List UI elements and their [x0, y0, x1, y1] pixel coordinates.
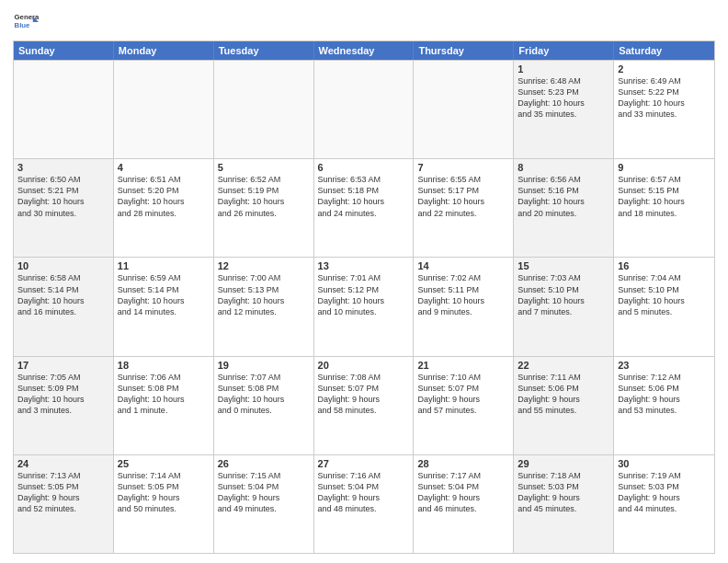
day-info: Sunrise: 7:04 AM Sunset: 5:10 PM Dayligh…	[618, 272, 711, 317]
calendar-row-2: 10Sunrise: 6:58 AM Sunset: 5:14 PM Dayli…	[14, 257, 714, 355]
day-number: 24	[17, 458, 109, 469]
header-day-friday: Friday	[514, 41, 614, 60]
day-info: Sunrise: 7:17 AM Sunset: 5:04 PM Dayligh…	[417, 470, 509, 515]
day-cell-26: 26Sunrise: 7:15 AM Sunset: 5:04 PM Dayli…	[214, 455, 314, 553]
logo-icon: General Blue	[13, 9, 39, 35]
day-number: 25	[118, 458, 210, 469]
day-cell-5: 5Sunrise: 6:52 AM Sunset: 5:19 PM Daylig…	[214, 159, 314, 257]
day-number: 9	[618, 162, 711, 173]
day-number: 28	[417, 458, 509, 469]
day-number: 27	[318, 458, 410, 469]
day-cell-16: 16Sunrise: 7:04 AM Sunset: 5:10 PM Dayli…	[614, 258, 714, 355]
day-cell-14: 14Sunrise: 7:02 AM Sunset: 5:11 PM Dayli…	[414, 258, 514, 355]
day-number: 4	[118, 162, 210, 173]
header-day-thursday: Thursday	[414, 41, 514, 60]
day-number: 15	[518, 260, 609, 271]
calendar-body: 1Sunrise: 6:48 AM Sunset: 5:23 PM Daylig…	[14, 60, 714, 553]
day-number: 19	[218, 360, 310, 371]
day-cell-1: 1Sunrise: 6:48 AM Sunset: 5:23 PM Daylig…	[514, 61, 614, 158]
day-info: Sunrise: 7:10 AM Sunset: 5:07 PM Dayligh…	[417, 372, 509, 417]
day-info: Sunrise: 6:52 AM Sunset: 5:19 PM Dayligh…	[218, 174, 310, 219]
day-number: 17	[17, 360, 109, 371]
day-cell-19: 19Sunrise: 7:07 AM Sunset: 5:08 PM Dayli…	[214, 357, 314, 454]
empty-cell-0-1	[114, 61, 214, 158]
empty-cell-0-2	[214, 61, 314, 158]
day-info: Sunrise: 6:57 AM Sunset: 5:15 PM Dayligh…	[618, 174, 711, 219]
day-cell-11: 11Sunrise: 6:59 AM Sunset: 5:14 PM Dayli…	[114, 258, 214, 355]
day-cell-13: 13Sunrise: 7:01 AM Sunset: 5:12 PM Dayli…	[314, 258, 415, 355]
day-info: Sunrise: 7:00 AM Sunset: 5:13 PM Dayligh…	[218, 272, 310, 317]
day-cell-27: 27Sunrise: 7:16 AM Sunset: 5:04 PM Dayli…	[314, 455, 415, 553]
calendar-row-4: 24Sunrise: 7:13 AM Sunset: 5:05 PM Dayli…	[14, 454, 714, 553]
logo: General Blue	[13, 9, 39, 35]
day-cell-25: 25Sunrise: 7:14 AM Sunset: 5:05 PM Dayli…	[114, 455, 214, 553]
day-cell-9: 9Sunrise: 6:57 AM Sunset: 5:15 PM Daylig…	[614, 159, 714, 257]
calendar-row-3: 17Sunrise: 7:05 AM Sunset: 5:09 PM Dayli…	[14, 356, 714, 454]
day-info: Sunrise: 6:49 AM Sunset: 5:22 PM Dayligh…	[618, 75, 711, 121]
day-info: Sunrise: 7:16 AM Sunset: 5:04 PM Dayligh…	[318, 470, 410, 515]
header-day-wednesday: Wednesday	[314, 41, 415, 60]
day-info: Sunrise: 6:56 AM Sunset: 5:16 PM Dayligh…	[518, 174, 609, 219]
day-number: 14	[417, 260, 509, 271]
day-info: Sunrise: 7:12 AM Sunset: 5:06 PM Dayligh…	[618, 372, 711, 417]
day-cell-18: 18Sunrise: 7:06 AM Sunset: 5:08 PM Dayli…	[114, 357, 214, 454]
day-info: Sunrise: 7:02 AM Sunset: 5:11 PM Dayligh…	[417, 272, 509, 317]
day-info: Sunrise: 7:03 AM Sunset: 5:10 PM Dayligh…	[518, 272, 609, 317]
day-cell-30: 30Sunrise: 7:19 AM Sunset: 5:03 PM Dayli…	[614, 455, 714, 553]
day-cell-10: 10Sunrise: 6:58 AM Sunset: 5:14 PM Dayli…	[14, 258, 114, 355]
day-number: 1	[518, 63, 609, 75]
day-number: 8	[518, 162, 609, 173]
calendar-row-1: 3Sunrise: 6:50 AM Sunset: 5:21 PM Daylig…	[14, 158, 714, 257]
day-cell-6: 6Sunrise: 6:53 AM Sunset: 5:18 PM Daylig…	[314, 159, 415, 257]
day-number: 12	[218, 260, 310, 271]
day-info: Sunrise: 7:11 AM Sunset: 5:06 PM Dayligh…	[518, 372, 609, 417]
day-info: Sunrise: 6:58 AM Sunset: 5:14 PM Dayligh…	[17, 272, 109, 317]
svg-text:Blue: Blue	[15, 21, 31, 29]
empty-cell-0-3	[314, 61, 415, 158]
day-number: 7	[417, 162, 509, 173]
day-info: Sunrise: 7:13 AM Sunset: 5:05 PM Dayligh…	[17, 470, 109, 515]
day-info: Sunrise: 7:08 AM Sunset: 5:07 PM Dayligh…	[318, 372, 410, 417]
header-day-monday: Monday	[114, 41, 214, 60]
calendar-row-0: 1Sunrise: 6:48 AM Sunset: 5:23 PM Daylig…	[14, 60, 714, 158]
day-info: Sunrise: 7:05 AM Sunset: 5:09 PM Dayligh…	[17, 372, 109, 417]
day-cell-22: 22Sunrise: 7:11 AM Sunset: 5:06 PM Dayli…	[514, 357, 614, 454]
day-cell-3: 3Sunrise: 6:50 AM Sunset: 5:21 PM Daylig…	[14, 159, 114, 257]
day-cell-20: 20Sunrise: 7:08 AM Sunset: 5:07 PM Dayli…	[314, 357, 415, 454]
day-info: Sunrise: 6:55 AM Sunset: 5:17 PM Dayligh…	[417, 174, 509, 219]
day-info: Sunrise: 7:14 AM Sunset: 5:05 PM Dayligh…	[118, 470, 210, 515]
day-number: 13	[318, 260, 410, 271]
day-number: 30	[618, 458, 711, 469]
day-number: 18	[118, 360, 210, 371]
day-number: 23	[618, 360, 711, 371]
header-day-tuesday: Tuesday	[214, 41, 314, 60]
day-number: 3	[17, 162, 109, 173]
page: General Blue SundayMondayTuesdayWednesda…	[0, 0, 728, 563]
day-number: 22	[518, 360, 609, 371]
day-cell-28: 28Sunrise: 7:17 AM Sunset: 5:04 PM Dayli…	[414, 455, 514, 553]
day-cell-15: 15Sunrise: 7:03 AM Sunset: 5:10 PM Dayli…	[514, 258, 614, 355]
day-number: 16	[618, 260, 711, 271]
header: General Blue	[13, 9, 715, 35]
day-cell-21: 21Sunrise: 7:10 AM Sunset: 5:07 PM Dayli…	[414, 357, 514, 454]
day-number: 29	[518, 458, 609, 469]
day-info: Sunrise: 7:06 AM Sunset: 5:08 PM Dayligh…	[118, 372, 210, 417]
day-info: Sunrise: 6:48 AM Sunset: 5:23 PM Dayligh…	[518, 75, 609, 121]
day-info: Sunrise: 6:50 AM Sunset: 5:21 PM Dayligh…	[17, 174, 109, 219]
day-number: 5	[218, 162, 310, 173]
day-number: 21	[417, 360, 509, 371]
day-cell-12: 12Sunrise: 7:00 AM Sunset: 5:13 PM Dayli…	[214, 258, 314, 355]
day-info: Sunrise: 7:15 AM Sunset: 5:04 PM Dayligh…	[218, 470, 310, 515]
day-info: Sunrise: 6:51 AM Sunset: 5:20 PM Dayligh…	[118, 174, 210, 219]
day-info: Sunrise: 7:19 AM Sunset: 5:03 PM Dayligh…	[618, 470, 711, 515]
day-number: 11	[118, 260, 210, 271]
day-cell-24: 24Sunrise: 7:13 AM Sunset: 5:05 PM Dayli…	[14, 455, 114, 553]
header-day-saturday: Saturday	[614, 41, 714, 60]
day-cell-7: 7Sunrise: 6:55 AM Sunset: 5:17 PM Daylig…	[414, 159, 514, 257]
day-cell-2: 2Sunrise: 6:49 AM Sunset: 5:22 PM Daylig…	[614, 61, 714, 158]
day-info: Sunrise: 6:53 AM Sunset: 5:18 PM Dayligh…	[318, 174, 410, 219]
day-number: 6	[318, 162, 410, 173]
day-number: 2	[618, 63, 711, 75]
day-info: Sunrise: 6:59 AM Sunset: 5:14 PM Dayligh…	[118, 272, 210, 317]
day-info: Sunrise: 7:18 AM Sunset: 5:03 PM Dayligh…	[518, 470, 609, 515]
